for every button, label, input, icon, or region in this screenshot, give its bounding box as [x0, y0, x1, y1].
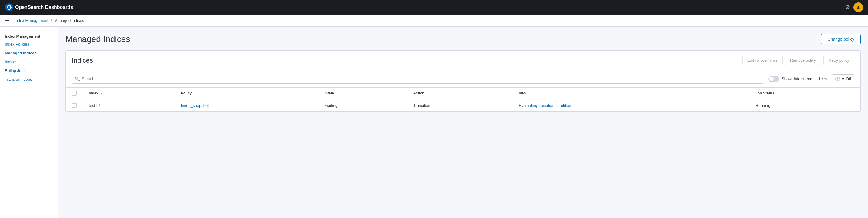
top-nav-left: OpenSearch Dashboards	[5, 3, 73, 11]
toggle-x-icon: ✕	[775, 77, 778, 81]
row-info-link[interactable]: Evaluating transition condition:	[519, 103, 572, 108]
top-nav: OpenSearch Dashboards ⚙ a	[0, 0, 868, 15]
breadcrumb-bar: ☰ Index Management / Managed indices	[0, 15, 868, 27]
col-header-policy: Policy	[175, 88, 319, 99]
select-all-checkbox[interactable]	[72, 91, 77, 96]
card-title: Indices	[72, 56, 93, 64]
sidebar-item-rollup-jobs[interactable]: Rollup Jobs	[0, 66, 58, 75]
change-policy-button[interactable]: Change policy	[821, 34, 861, 44]
sidebar-section-title: Index Management	[0, 32, 58, 40]
toggle-label: Show data stream indices	[782, 77, 827, 81]
sort-off-label: Off	[846, 77, 851, 81]
row-checkbox[interactable]	[72, 103, 77, 108]
col-header-action: Action	[407, 88, 513, 99]
index-sort-arrow: ↓	[101, 91, 102, 95]
row-info: Evaluating transition condition:	[513, 99, 749, 112]
main-content: Managed Indices Change policy Indices Ed…	[58, 27, 868, 218]
remove-policy-button[interactable]: Remove policy	[785, 56, 821, 65]
table-head: Index ↓ Policy State Action Info Job Sta…	[66, 88, 861, 99]
logo-text: OpenSearch Dashboards	[15, 4, 73, 10]
sort-group[interactable]: 🕐 ▾ Off	[832, 74, 855, 83]
svg-point-2	[10, 7, 11, 8]
data-stream-toggle[interactable]: ✕	[768, 76, 779, 82]
sidebar-item-managed-indices[interactable]: Managed Indices	[0, 49, 58, 57]
table-row: test-01 timed_snapshot waiting Transitio…	[66, 99, 861, 112]
row-policy-link[interactable]: timed_snapshot	[181, 103, 209, 108]
row-state: waiting	[319, 99, 407, 112]
col-header-index: Index ↓	[83, 88, 175, 99]
col-header-state: State	[319, 88, 407, 99]
user-avatar[interactable]: a	[854, 2, 863, 12]
search-box: 🔍	[72, 74, 764, 84]
row-index: test-01	[83, 99, 175, 112]
col-header-info: Info	[513, 88, 749, 99]
opensearch-logo-icon	[5, 3, 13, 11]
table-body: test-01 timed_snapshot waiting Transitio…	[66, 99, 861, 112]
opensearch-logo[interactable]: OpenSearch Dashboards	[5, 3, 73, 11]
breadcrumb-current: Managed indices	[54, 18, 84, 23]
sidebar-item-indices[interactable]: Indices	[0, 57, 58, 66]
svg-point-0	[5, 3, 13, 11]
settings-icon[interactable]: ⚙	[845, 4, 850, 10]
sidebar: Index Management Index Policies Managed …	[0, 27, 58, 218]
search-area: 🔍 ✕ Show data stream indices 🕐 ▾ Off	[66, 70, 861, 88]
sidebar-item-transform-jobs[interactable]: Transform Jobs	[0, 75, 58, 84]
sidebar-item-index-policies[interactable]: Index Policies	[0, 40, 58, 49]
row-checkbox-cell	[66, 99, 83, 112]
breadcrumb-parent[interactable]: Index Management	[14, 18, 48, 23]
app-body: Index Management Index Policies Managed …	[0, 27, 868, 218]
col-header-job-status: Job Status	[749, 88, 861, 99]
search-input[interactable]	[72, 74, 764, 84]
edit-rollover-alias-button[interactable]: Edit rollover alias	[742, 56, 782, 65]
page-title: Managed Indices	[65, 34, 130, 44]
chevron-down-icon: ▾	[842, 77, 844, 81]
card-actions: Edit rollover alias Remove policy Retry …	[742, 56, 855, 65]
card-header: Indices Edit rollover alias Remove polic…	[66, 51, 861, 70]
retry-policy-button[interactable]: Retry policy	[824, 56, 855, 65]
breadcrumb-separator: /	[51, 18, 52, 23]
row-job-status: Running	[749, 99, 861, 112]
indices-card: Indices Edit rollover alias Remove polic…	[65, 50, 861, 112]
page-header: Managed Indices Change policy	[65, 34, 861, 44]
sort-icon: 🕐	[835, 77, 840, 81]
search-icon: 🔍	[75, 77, 80, 81]
row-policy: timed_snapshot	[175, 99, 319, 112]
top-nav-right: ⚙ a	[845, 2, 863, 12]
row-action: Transition	[407, 99, 513, 112]
table-header-row: Index ↓ Policy State Action Info Job Sta…	[66, 88, 861, 99]
hamburger-menu[interactable]: ☰	[5, 17, 10, 24]
svg-point-1	[7, 7, 8, 8]
toggle-knob	[769, 77, 774, 81]
select-all-header	[66, 88, 83, 99]
toggle-group: ✕ Show data stream indices	[768, 76, 827, 82]
indices-table: Index ↓ Policy State Action Info Job Sta…	[66, 88, 861, 112]
